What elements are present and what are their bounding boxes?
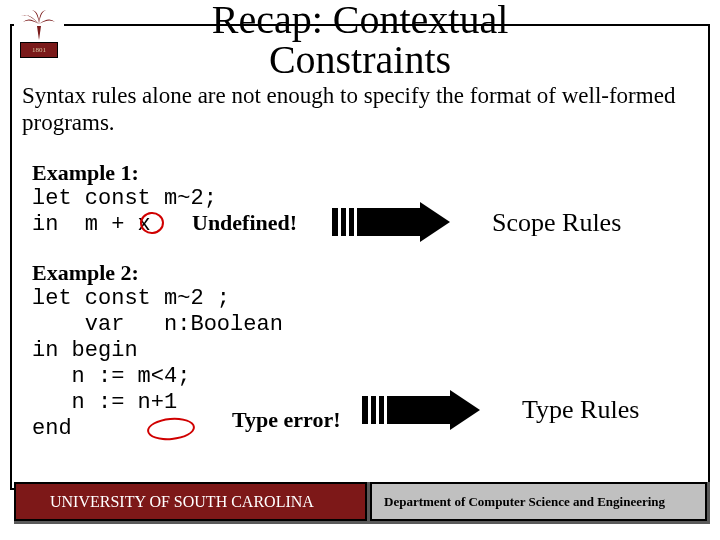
type-error-callout: Type error!: [232, 407, 341, 433]
logo-year-plaque: 1801: [20, 42, 58, 58]
example-1-block: Example 1: let const m~2; in m + x Undef…: [32, 160, 692, 238]
arrow-icon-2: [362, 390, 482, 430]
arrow-icon-1: [332, 202, 452, 242]
slide-title: Recap: Contextual Constraints: [0, 0, 720, 80]
title-line-2: Constraints: [269, 37, 451, 82]
scope-rules-label: Scope Rules: [492, 208, 621, 238]
footer-department: Department of Computer Science and Engin…: [372, 484, 705, 519]
example-2-label: Example 2:: [32, 260, 712, 286]
undefined-callout: Undefined!: [192, 210, 297, 236]
intro-text: Syntax rules alone are not enough to spe…: [22, 82, 702, 136]
example-2-block: Example 2: let const m~2 ; var n:Boolean…: [32, 260, 712, 442]
footer-right-box: Department of Computer Science and Engin…: [370, 482, 710, 524]
footer-university: UNIVERSITY OF SOUTH CAROLINA: [16, 484, 365, 519]
type-rules-label: Type Rules: [522, 395, 639, 425]
example-1-label: Example 1:: [32, 160, 692, 186]
university-logo: 1801: [14, 8, 64, 66]
title-line-1: Recap: Contextual: [212, 0, 509, 42]
palm-tree-icon: [19, 8, 59, 40]
footer-left-box: UNIVERSITY OF SOUTH CAROLINA: [14, 482, 370, 524]
